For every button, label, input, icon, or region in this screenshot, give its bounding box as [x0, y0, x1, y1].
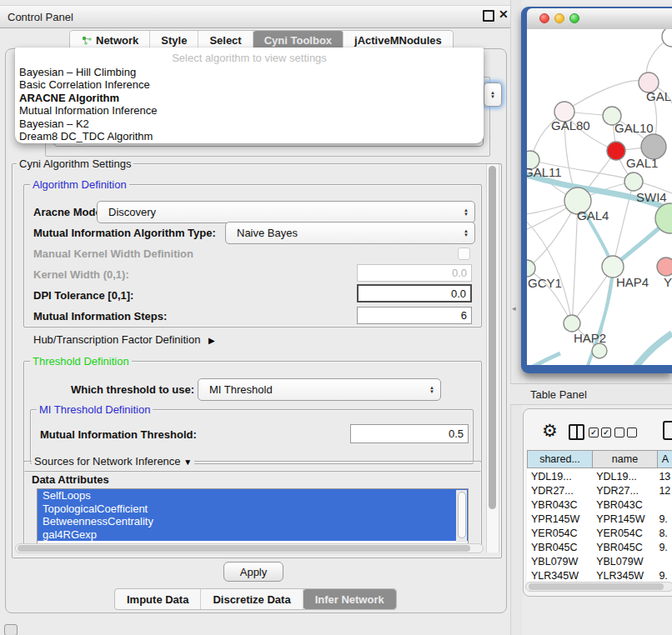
table-horizontal-scrollbar[interactable] [525, 582, 672, 592]
mi-algorithm-type-combobox[interactable]: Naive Bayes ▲▼ [225, 222, 475, 244]
split-pane-divider[interactable] [510, 0, 522, 635]
settings-group-title: Cyni Algorithm Settings [17, 158, 133, 170]
network-window-titlebar[interactable] [527, 8, 672, 30]
unchecked-checkbox-icon[interactable] [627, 428, 637, 438]
node-label-swi4: SWI4 [636, 190, 667, 204]
node-label-gal4: GAL4 [577, 208, 609, 222]
table-horizontal-scrollbar-thumb[interactable] [529, 583, 664, 590]
tab-impute-data[interactable]: Impute Data [115, 589, 201, 609]
node-partial-top[interactable] [662, 29, 672, 47]
dropdown-item-basic-correlation[interactable]: Basic Correlation Inference [15, 78, 484, 91]
node-partial-bottom[interactable] [592, 343, 607, 358]
list-item-topologicalcoefficient[interactable]: TopologicalCoefficient [38, 502, 468, 516]
network-node-labels: GAL GAL80 GAL10 GAL1 GAL11 SWI4 GAL4 GCY… [527, 89, 672, 345]
list-item-selfloops[interactable]: SelfLoops [38, 489, 468, 502]
table-row[interactable]: YBL079WYBL079W [527, 555, 672, 569]
minimize-traffic-light-icon[interactable] [554, 13, 564, 23]
attributes-list-scrollbar[interactable] [456, 490, 467, 542]
node-label-gal80: GAL80 [551, 118, 590, 132]
which-threshold-combobox[interactable]: MI Threshold ▲▼ [198, 378, 441, 401]
combo-arrows-icon: ▲▼ [490, 91, 495, 99]
tab-network-label: Network [96, 34, 138, 47]
which-threshold-label: Which threshold to use: [71, 383, 194, 396]
settings-horizontal-scrollbar[interactable] [15, 543, 484, 553]
close-icon[interactable]: ✕ [499, 8, 509, 21]
node-swi4[interactable] [624, 172, 643, 191]
table-row[interactable]: YDL19...YDL19...13 [527, 470, 672, 484]
dropdown-item-dream8[interactable]: Dream8 DC_TDC Algorithm [15, 130, 484, 142]
bottom-tabstrip: Impute Data Discretize Data Infer Networ… [114, 588, 397, 610]
close-traffic-light-icon[interactable] [539, 13, 549, 23]
settings-horizontal-scrollbar-thumb[interactable] [18, 545, 470, 552]
node-label-gal1: GAL1 [626, 156, 658, 170]
table-row[interactable]: YER054CYER054C8. [527, 527, 672, 541]
dropdown-item-bayesian-k2[interactable]: Bayesian – K2 [15, 118, 484, 130]
settings-vertical-scrollbar-thumb[interactable] [489, 166, 496, 509]
node-attribute-table: shared... name A YDL19...YDL19...13 YDR2… [527, 450, 672, 582]
mi-threshold-label: Mutual Information Threshold: [40, 428, 197, 441]
mi-steps-field[interactable]: 6 [357, 307, 472, 324]
algorithm-dropdown-list: Select algorithm to view settings Bayesi… [15, 48, 484, 143]
column-header-partial[interactable]: A [657, 450, 672, 468]
node-y-partial[interactable] [657, 258, 672, 276]
list-item-gal4rgexp[interactable]: gal4RGexp [38, 528, 468, 542]
document-icon[interactable] [663, 421, 672, 440]
panel-title: Control Panel [8, 11, 73, 23]
expand-right-arrow-icon: ▶ [208, 336, 215, 345]
manual-kernel-width-checkbox[interactable] [458, 248, 470, 260]
columns-icon[interactable] [569, 424, 584, 440]
sources-group-title[interactable]: Sources for Network Inference ▼ [32, 455, 194, 468]
split-collapse-arrow-icon[interactable]: ◂ [512, 304, 516, 312]
dropdown-item-bayesian-hill-climbing[interactable]: Bayesian – Hill Climbing [15, 66, 484, 78]
checked-checkbox-icon[interactable]: ✓ [589, 428, 599, 438]
dropdown-item-mutual-information[interactable]: Mutual Information Inference [15, 104, 484, 117]
network-graph: GAL GAL80 GAL10 GAL1 GAL11 SWI4 GAL4 GCY… [527, 29, 672, 365]
combo-arrows-icon: ▲▼ [429, 386, 434, 394]
aracne-mode-combobox[interactable]: Discovery ▲▼ [97, 201, 475, 223]
dropdown-prompt: Select algorithm to view settings [15, 52, 484, 66]
table-row[interactable]: YBR045CYBR045C9. [527, 541, 672, 555]
float-window-icon[interactable] [483, 10, 494, 22]
checked-checkbox-icon[interactable]: ✓ [601, 428, 611, 438]
column-header-name[interactable]: name [592, 450, 658, 468]
table-row[interactable]: YBR043CYBR043C [527, 498, 672, 512]
combo-arrows-icon: ▲▼ [464, 229, 469, 238]
column-header-shared-name[interactable]: shared... [527, 450, 593, 468]
unchecked-checkbox-icon[interactable] [614, 428, 624, 438]
node-label-gcy1: GCY1 [528, 276, 562, 290]
tab-discretize-data[interactable]: Discretize Data [201, 589, 303, 609]
kernel-width-label: Kernel Width (0,1): [33, 268, 129, 281]
data-attributes-list[interactable]: SelfLoops TopologicalCoefficient Between… [37, 488, 469, 544]
gear-icon[interactable]: ⚙ [542, 421, 558, 441]
threshold-definition-title: Threshold Definition [30, 355, 132, 368]
dpi-tolerance-label: DPI Tolerance [0,1]: [33, 289, 133, 302]
node-gal1[interactable] [607, 142, 625, 160]
zoom-traffic-light-icon[interactable] [569, 13, 579, 23]
mi-threshold-field[interactable]: 0.5 [350, 424, 469, 443]
minimized-panel-icon[interactable] [4, 624, 18, 635]
table-row[interactable]: YDR27...YDR27...12 [527, 484, 672, 498]
settings-vertical-scrollbar[interactable] [486, 164, 499, 552]
algorithm-combobox-fragment[interactable]: ▲▼ [484, 82, 502, 107]
node-label-gal10: GAL10 [614, 121, 654, 135]
list-item-betweennesscentrality[interactable]: BetweennessCentrality [38, 515, 468, 528]
mi-algorithm-type-label: Mutual Information Algorithm Type: [33, 227, 216, 239]
table-panel-title: Table Panel [530, 388, 587, 401]
dpi-tolerance-field[interactable]: 0.0 [357, 284, 472, 302]
table-row[interactable]: YPR145WYPR145W9. [527, 512, 672, 527]
node-hap2[interactable] [564, 315, 580, 332]
algorithm-definition-title: Algorithm Definition [30, 178, 129, 191]
app-root: Control Panel ✕ Network Style Select Cyn… [0, 0, 672, 635]
hub-section-toggle[interactable]: Hub/Transcription Factor Definition ▶ [33, 333, 215, 346]
hub-section-label: Hub/Transcription Factor Definition [33, 333, 200, 346]
apply-button[interactable]: Apply [223, 562, 283, 582]
manual-kernel-width-label: Manual Kernel Width Definition [33, 248, 193, 260]
network-canvas[interactable]: GAL GAL80 GAL10 GAL1 GAL11 SWI4 GAL4 GCY… [527, 29, 672, 365]
kernel-width-field[interactable]: 0.0 [357, 264, 472, 282]
dropdown-item-aracne[interactable]: ARACNE Algorithm [15, 92, 484, 104]
mi-threshold-definition-title: MI Threshold Definition [37, 403, 153, 416]
node-label-y: Y [664, 275, 672, 289]
table-row[interactable]: YLR345WYLR345W9. [527, 569, 672, 582]
attributes-list-scrollbar-thumb[interactable] [458, 492, 466, 538]
tab-infer-network[interactable]: Infer Network [303, 589, 396, 609]
